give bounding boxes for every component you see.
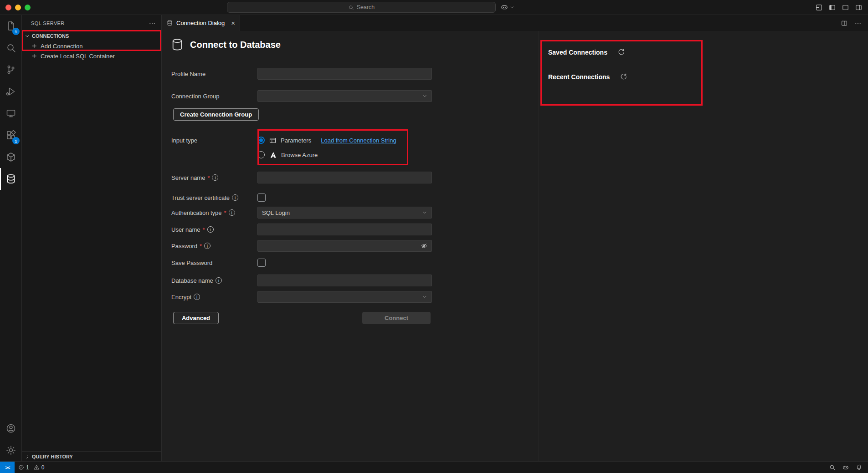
zoom-icon[interactable] bbox=[829, 464, 836, 471]
chevron-down-icon bbox=[422, 210, 427, 215]
refresh-recent-connections-icon[interactable] bbox=[620, 73, 627, 81]
connections-section-header[interactable]: CONNECTIONS bbox=[22, 31, 161, 41]
sidebar-more-actions-icon[interactable] bbox=[149, 20, 156, 27]
recent-connections-header: Recent Connections bbox=[548, 73, 627, 81]
minimize-window-button[interactable] bbox=[15, 5, 21, 10]
connect-button[interactable]: Connect bbox=[362, 312, 431, 324]
advanced-button[interactable]: Advanced bbox=[173, 312, 219, 324]
info-icon[interactable] bbox=[229, 209, 235, 216]
info-icon[interactable] bbox=[194, 294, 200, 300]
trust-server-certificate-label: Trust server certificate bbox=[171, 194, 257, 201]
maximize-window-button[interactable] bbox=[25, 5, 31, 10]
connection-group-label: Connection Group bbox=[171, 93, 257, 100]
activity-explorer[interactable]: 1 bbox=[0, 15, 21, 37]
activity-bar: 1 1 bbox=[0, 15, 22, 461]
toggle-primary-sidebar-icon[interactable] bbox=[828, 4, 836, 11]
row-browse-azure: Browse Azure bbox=[171, 149, 318, 161]
recent-connections-label: Recent Connections bbox=[548, 73, 610, 81]
toggle-panel-icon[interactable] bbox=[842, 4, 849, 11]
info-icon[interactable] bbox=[207, 226, 214, 233]
chevron-right-icon bbox=[24, 453, 31, 460]
browse-azure-radio[interactable] bbox=[257, 151, 265, 158]
user-name-label: User name * bbox=[171, 226, 257, 233]
activity-source-control[interactable] bbox=[0, 59, 21, 81]
create-connection-group-button[interactable]: Create Connection Group bbox=[173, 108, 259, 121]
activity-containers[interactable] bbox=[0, 146, 21, 168]
info-icon[interactable] bbox=[216, 277, 222, 284]
status-bar: 1 0 bbox=[0, 461, 868, 473]
problems-indicator[interactable]: 1 0 bbox=[18, 464, 47, 471]
notifications-bell-icon[interactable] bbox=[856, 464, 863, 471]
parameters-icon bbox=[269, 137, 277, 144]
dialog-heading: Connect to Database bbox=[171, 38, 281, 51]
extensions-badge: 1 bbox=[12, 137, 20, 144]
authentication-type-dropdown[interactable]: SQL Login bbox=[257, 207, 432, 219]
parameters-radio[interactable] bbox=[257, 137, 265, 144]
activity-bar-spacer bbox=[0, 190, 21, 417]
refresh-saved-connections-icon[interactable] bbox=[617, 48, 625, 56]
account-icon bbox=[5, 423, 16, 434]
trust-server-certificate-checkbox[interactable] bbox=[257, 193, 266, 202]
search-placeholder: Search bbox=[357, 4, 375, 10]
info-icon[interactable] bbox=[232, 194, 238, 201]
copilot-menu-button[interactable] bbox=[500, 2, 514, 13]
layout-controls bbox=[815, 0, 863, 15]
row-user-name: User name * bbox=[171, 224, 432, 235]
sidebar-item-add-connection[interactable]: Add Connection bbox=[22, 41, 161, 51]
profile-name-input[interactable] bbox=[257, 68, 432, 80]
editor-more-actions-icon[interactable] bbox=[854, 20, 862, 27]
password-input[interactable] bbox=[257, 240, 432, 252]
close-tab-icon[interactable] bbox=[231, 20, 235, 26]
plus-icon bbox=[31, 53, 37, 59]
password-label: Password * bbox=[171, 243, 257, 249]
browse-azure-radio-row: Browse Azure bbox=[257, 151, 318, 159]
user-name-input[interactable] bbox=[257, 224, 432, 235]
azure-icon bbox=[269, 151, 277, 159]
server-name-input[interactable] bbox=[257, 172, 432, 183]
query-history-section-header[interactable]: QUERY HISTORY bbox=[22, 451, 161, 461]
window-controls bbox=[5, 5, 31, 10]
search-input[interactable]: Search bbox=[227, 2, 496, 13]
parameters-label: Parameters bbox=[281, 137, 311, 144]
row-trust-server-certificate: Trust server certificate bbox=[171, 192, 266, 203]
copilot-status-icon[interactable] bbox=[842, 464, 849, 471]
close-window-button[interactable] bbox=[5, 5, 11, 10]
copilot-icon bbox=[500, 3, 508, 11]
activity-remote-explorer[interactable] bbox=[0, 102, 21, 124]
save-password-label: Save Password bbox=[171, 259, 257, 266]
database-name-input[interactable] bbox=[257, 275, 432, 286]
info-icon[interactable] bbox=[204, 243, 211, 249]
chevron-down-icon bbox=[422, 93, 427, 99]
toggle-secondary-sidebar-icon[interactable] bbox=[855, 4, 863, 11]
activity-extensions[interactable]: 1 bbox=[0, 124, 21, 146]
activity-run-debug[interactable] bbox=[0, 81, 21, 102]
activity-accounts[interactable] bbox=[0, 417, 21, 439]
warning-icon bbox=[34, 464, 40, 470]
save-password-checkbox[interactable] bbox=[257, 259, 266, 267]
connection-group-dropdown[interactable] bbox=[257, 90, 432, 102]
customize-layout-icon[interactable] bbox=[815, 4, 823, 11]
encrypt-label: Encrypt bbox=[171, 294, 257, 300]
split-editor-icon[interactable] bbox=[841, 20, 848, 27]
sidebar-item-create-local-sql-container[interactable]: Create Local SQL Container bbox=[22, 51, 161, 61]
gear-icon bbox=[5, 445, 16, 456]
load-from-connection-string-link[interactable]: Load from Connection String bbox=[321, 137, 396, 144]
remote-indicator[interactable] bbox=[0, 462, 15, 473]
server-name-label: Server name * bbox=[171, 174, 257, 181]
required-marker: * bbox=[203, 226, 205, 233]
row-server-name: Server name * bbox=[171, 172, 432, 183]
tab-connection-dialog[interactable]: Connection Dialog bbox=[162, 15, 240, 31]
vscode-window: Search bbox=[0, 0, 868, 473]
activity-search[interactable] bbox=[0, 37, 21, 59]
profile-name-label: Profile Name bbox=[171, 71, 257, 77]
tab-bar: Connection Dialog bbox=[162, 15, 868, 31]
encrypt-dropdown[interactable] bbox=[257, 291, 432, 303]
error-icon bbox=[18, 464, 24, 470]
input-type-label: Input type bbox=[171, 137, 257, 144]
warning-count: 0 bbox=[41, 464, 45, 471]
activity-sql-server[interactable] bbox=[0, 168, 21, 190]
chevron-down-icon bbox=[422, 294, 427, 300]
info-icon[interactable] bbox=[212, 174, 218, 181]
activity-settings[interactable] bbox=[0, 439, 21, 461]
toggle-password-visibility-icon[interactable] bbox=[421, 242, 428, 249]
